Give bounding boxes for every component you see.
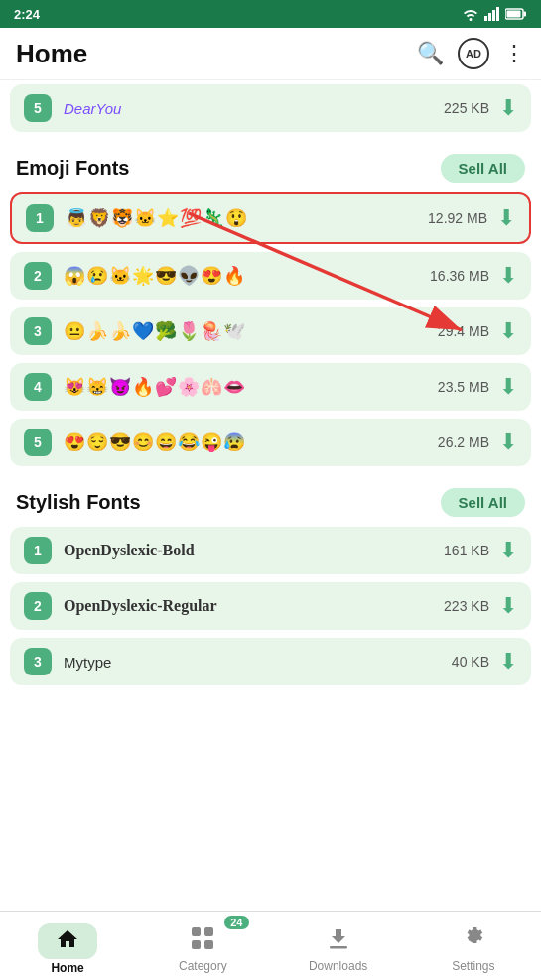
- stylish-item-1-size: 161 KB: [444, 543, 489, 558]
- stylish-item-3-size: 40 KB: [452, 654, 489, 670]
- ad-badge: AD: [458, 38, 489, 69]
- emoji-item-5-number: 5: [24, 429, 52, 456]
- emoji-item-5: 5 😍😌😎😊😄😂😜😰 26.2 MB ⬇: [10, 419, 531, 466]
- settings-icon: [461, 925, 486, 957]
- category-badge: 24: [224, 916, 248, 929]
- downloads-svg: [326, 925, 351, 951]
- stylish-item-1-name: OpenDyslexic-Bold: [64, 542, 444, 559]
- stylish-item-2: 2 OpenDyslexic-Regular 223 KB ⬇: [10, 582, 531, 630]
- header: Home 🔍 AD ⋮: [0, 28, 541, 80]
- svg-rect-1: [488, 13, 491, 21]
- bottom-nav: Home 24 Category Downloads: [0, 911, 541, 980]
- status-icons: [462, 7, 527, 21]
- emoji-item-1-download[interactable]: ⬇: [497, 205, 515, 231]
- menu-icon[interactable]: ⋮: [503, 41, 525, 66]
- emoji-section-header: Emoji Fonts Sell All: [10, 140, 531, 192]
- nav-home-label: Home: [51, 961, 83, 975]
- downloads-icon: [326, 925, 351, 957]
- stylish-item-2-download[interactable]: ⬇: [499, 593, 517, 619]
- search-icon[interactable]: 🔍: [417, 41, 444, 66]
- emoji-item-2-emojis: 😱😢🐱🌟😎👽😍🔥: [64, 265, 430, 287]
- nav-home[interactable]: Home: [0, 912, 135, 980]
- emoji-item-1-number: 1: [26, 204, 54, 232]
- svg-rect-10: [204, 927, 213, 936]
- emoji-item-2-download[interactable]: ⬇: [499, 263, 517, 289]
- svg-rect-3: [496, 7, 499, 21]
- top-item-number: 5: [24, 94, 52, 122]
- stylish-item-3: 3 Mytype 40 KB ⬇: [10, 638, 531, 685]
- stylish-section-title: Stylish Fonts: [16, 491, 141, 514]
- stylish-item-2-size: 223 KB: [444, 598, 489, 614]
- home-icon: [38, 923, 97, 959]
- emoji-item-2: 2 😱😢🐱🌟😎👽😍🔥 16.36 MB ⬇: [10, 252, 531, 300]
- emoji-item-1-size: 12.92 MB: [428, 210, 487, 226]
- svg-rect-0: [484, 16, 487, 21]
- stylish-sell-all-button[interactable]: Sell All: [441, 488, 525, 517]
- top-item-download[interactable]: ⬇: [499, 95, 517, 121]
- emoji-item-5-download[interactable]: ⬇: [499, 429, 517, 455]
- signal-icon: [484, 7, 500, 21]
- status-time: 2:24: [14, 7, 40, 22]
- stylish-item-1-number: 1: [24, 537, 52, 564]
- svg-rect-11: [192, 940, 201, 949]
- status-bar: 2:24: [0, 0, 541, 28]
- header-actions: 🔍 AD ⋮: [417, 38, 525, 69]
- emoji-item-1-emojis: 👼🦁🐯🐱⭐💯🦎😲: [66, 207, 428, 229]
- emoji-item-3-emojis: 😐🍌🍌💙🥦🌷🪼🕊️: [64, 320, 438, 342]
- battery-icon: [505, 8, 527, 20]
- emoji-item-3-download[interactable]: ⬇: [499, 318, 517, 344]
- stylish-item-1: 1 OpenDyslexic-Bold 161 KB ⬇: [10, 527, 531, 574]
- emoji-item-3-size: 29.4 MB: [438, 323, 489, 339]
- content-area: 5 DearYou 225 KB ⬇ Emoji Fonts Sell All …: [0, 84, 541, 685]
- emoji-item-5-emojis: 😍😌😎😊😄😂😜😰: [64, 431, 438, 453]
- stylish-item-1-download[interactable]: ⬇: [499, 538, 517, 563]
- emoji-item-1: 1 👼🦁🐯🐱⭐💯🦎😲 12.92 MB ⬇: [10, 192, 531, 244]
- svg-rect-6: [507, 11, 521, 18]
- svg-rect-2: [492, 10, 495, 21]
- category-icon: [190, 925, 215, 957]
- stylish-item-3-name: Mytype: [64, 654, 452, 671]
- home-svg: [56, 927, 79, 951]
- settings-svg: [461, 925, 486, 951]
- stylish-item-3-number: 3: [24, 648, 52, 675]
- svg-rect-13: [330, 946, 347, 949]
- nav-category-label: Category: [179, 959, 227, 973]
- emoji-item-3-number: 3: [24, 317, 52, 345]
- emoji-item-5-size: 26.2 MB: [438, 434, 489, 450]
- main-content: 5 DearYou 225 KB ⬇ Emoji Fonts Sell All …: [0, 84, 541, 773]
- emoji-item-4-size: 23.5 MB: [438, 379, 489, 395]
- stylish-item-2-number: 2: [24, 592, 52, 620]
- nav-downloads[interactable]: Downloads: [271, 912, 406, 980]
- nav-category[interactable]: 24 Category: [135, 912, 270, 980]
- emoji-item-4-number: 4: [24, 373, 52, 401]
- emoji-item-3: 3 😐🍌🍌💙🥦🌷🪼🕊️ 29.4 MB ⬇: [10, 307, 531, 355]
- emoji-section-title: Emoji Fonts: [16, 157, 129, 180]
- stylish-section-header: Stylish Fonts Sell All: [10, 474, 531, 527]
- emoji-sell-all-button[interactable]: Sell All: [441, 154, 525, 183]
- top-item: 5 DearYou 225 KB ⬇: [10, 84, 531, 132]
- top-item-size: 225 KB: [444, 100, 489, 116]
- top-item-name: DearYou: [64, 100, 444, 117]
- emoji-item-4-download[interactable]: ⬇: [499, 374, 517, 400]
- emoji-item-4-emojis: 😻😸😈🔥💕🌸🫁👄: [64, 376, 438, 398]
- category-svg: [190, 925, 215, 951]
- emoji-item-2-size: 16.36 MB: [430, 268, 489, 284]
- page-title: Home: [16, 39, 87, 69]
- wifi-icon: [462, 7, 479, 21]
- emoji-item-4: 4 😻😸😈🔥💕🌸🫁👄 23.5 MB ⬇: [10, 363, 531, 411]
- emoji-item-2-number: 2: [24, 262, 52, 290]
- nav-downloads-label: Downloads: [309, 959, 367, 973]
- svg-rect-5: [524, 12, 527, 17]
- nav-settings-label: Settings: [452, 959, 494, 973]
- stylish-item-3-download[interactable]: ⬇: [499, 649, 517, 674]
- nav-settings[interactable]: Settings: [406, 912, 541, 980]
- svg-rect-12: [204, 940, 213, 949]
- stylish-item-2-name: OpenDyslexic-Regular: [64, 597, 444, 615]
- svg-rect-9: [192, 927, 201, 936]
